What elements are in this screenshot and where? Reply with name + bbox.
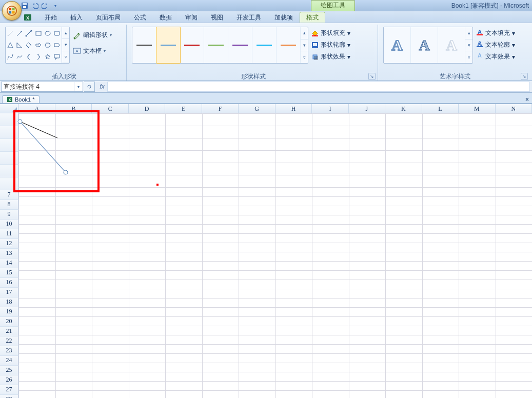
undo-icon[interactable] (31, 2, 39, 10)
wordart-style-3[interactable]: A (438, 27, 465, 63)
shape-curve-icon[interactable] (6, 51, 15, 63)
row-header[interactable]: 14 (0, 258, 18, 268)
gallery-up-icon[interactable]: ▴ (62, 27, 69, 39)
qat-more-icon[interactable]: ▾ (51, 2, 60, 10)
shape-hexagon-icon[interactable] (43, 39, 52, 51)
tab-开始[interactable]: 开始 (38, 12, 64, 23)
fx-icon[interactable]: fx (97, 82, 107, 91)
row-header[interactable]: 25 (0, 366, 18, 375)
shape-brace-right-icon[interactable] (33, 51, 43, 63)
office-button[interactable] (2, 1, 22, 21)
shape-outline-button[interactable]: 形状轮廓▾ (311, 41, 350, 49)
line-style-4[interactable] (228, 27, 252, 63)
column-header[interactable]: G (239, 104, 275, 114)
tab-格式[interactable]: 格式 (300, 12, 325, 23)
tab-开发工具[interactable]: 开发工具 (230, 12, 268, 23)
gallery-down-icon[interactable]: ▾ (62, 39, 69, 51)
dialog-launcher-icon[interactable]: ↘ (368, 73, 376, 80)
gallery-down-icon[interactable]: ▾ (465, 39, 472, 52)
name-box-expand[interactable] (84, 82, 95, 92)
row-header[interactable]: 23 (0, 346, 18, 356)
column-header[interactable]: H (275, 104, 312, 114)
wordart-gallery[interactable]: A A A ▴▾▿ (383, 27, 473, 64)
gallery-up-icon[interactable]: ▴ (465, 27, 472, 39)
wordart-style-1[interactable]: A (384, 27, 411, 63)
shape-rounded-icon[interactable] (52, 27, 62, 39)
line-style-6[interactable] (277, 27, 301, 63)
edit-shape-button[interactable]: 编辑形状 ▾ (73, 31, 112, 39)
shape-fill-button[interactable]: 形状填充▾ (311, 29, 350, 37)
shape-pentagon-icon[interactable] (52, 39, 62, 51)
row-header[interactable]: 22 (0, 336, 18, 346)
row-header[interactable]: 19 (0, 307, 18, 317)
line-style-0[interactable] (132, 27, 156, 63)
text-box-button[interactable]: A 文本框 ▾ (73, 47, 112, 55)
workbook-tab[interactable]: X Book1 * (2, 95, 40, 103)
shape-brace-left-icon[interactable] (24, 51, 33, 63)
text-fill-button[interactable]: A文本填充▾ (476, 29, 515, 37)
wordart-style-2[interactable]: A (411, 27, 438, 63)
column-header[interactable]: K (385, 104, 422, 114)
column-header[interactable]: J (349, 104, 385, 114)
spreadsheet-grid[interactable]: ABCDEFGHIJKLMN 7891011121314151617181920… (0, 104, 532, 398)
row-header[interactable]: 26 (0, 375, 18, 385)
gallery-more-icon[interactable]: ▿ (465, 51, 472, 63)
row-header[interactable]: 28 (0, 395, 18, 398)
shape-star-icon[interactable] (43, 51, 52, 63)
shapes-gallery[interactable]: ▴▾▿ (5, 27, 70, 64)
column-header[interactable]: N (496, 104, 532, 114)
line-style-3[interactable] (204, 27, 228, 63)
column-header[interactable]: M (459, 104, 495, 114)
tab-页面布局[interactable]: 页面布局 (89, 12, 127, 23)
line-style-2[interactable] (180, 27, 204, 63)
shape-oval-icon[interactable] (43, 27, 52, 39)
line-style-1[interactable] (156, 27, 181, 64)
row-header[interactable]: 17 (0, 288, 18, 297)
save-icon[interactable] (21, 2, 29, 10)
row-header[interactable]: 9 (0, 210, 18, 220)
shape-callout-icon[interactable] (52, 51, 62, 63)
column-header[interactable]: L (422, 104, 459, 114)
formula-input[interactable] (107, 82, 530, 92)
row-header[interactable]: 21 (0, 327, 18, 336)
gallery-nav-icon[interactable]: ▾ (301, 39, 308, 52)
row-header[interactable]: 27 (0, 385, 18, 395)
shape-line-icon[interactable] (6, 27, 15, 39)
row-header[interactable]: 8 (0, 200, 18, 210)
tab-数据[interactable]: 数据 (153, 12, 179, 23)
column-header[interactable]: D (129, 104, 165, 114)
shape-diamond-icon[interactable] (24, 39, 33, 51)
shape-connector-icon[interactable] (24, 27, 33, 39)
row-header[interactable]: 24 (0, 356, 18, 366)
gallery-nav-icon[interactable]: ▿ (301, 51, 308, 63)
row-header[interactable]: 15 (0, 268, 18, 278)
row-header[interactable]: 11 (0, 229, 18, 239)
text-outline-button[interactable]: A文本轮廓▾ (476, 41, 515, 49)
redo-icon[interactable] (41, 2, 49, 10)
name-box[interactable]: 直接连接符 4 ▾ (1, 82, 83, 92)
row-header[interactable]: 20 (0, 317, 18, 327)
row-header[interactable]: 13 (0, 249, 18, 258)
tab-加载项[interactable]: 加载项 (268, 12, 300, 23)
column-header[interactable]: I (312, 104, 348, 114)
row-header[interactable]: 16 (0, 278, 18, 288)
row-header[interactable]: 12 (0, 239, 18, 249)
text-effects-button[interactable]: A文本效果▾ (476, 52, 515, 61)
shape-rect-icon[interactable] (33, 27, 43, 39)
row-header[interactable]: 18 (0, 297, 18, 307)
shape-right-triangle-icon[interactable] (15, 39, 24, 51)
shape-freeform-icon[interactable] (15, 51, 24, 63)
dialog-launcher-icon[interactable]: ↘ (521, 73, 528, 80)
tab-视图[interactable]: 视图 (204, 12, 230, 23)
column-header[interactable]: E (165, 104, 202, 114)
close-tab-icon[interactable]: × (525, 96, 529, 103)
row-header[interactable]: 10 (0, 220, 18, 229)
line-style-5[interactable] (252, 27, 277, 63)
shape-effects-button[interactable]: 形状效果▾ (311, 52, 350, 61)
shape-styles-gallery[interactable]: ▴▾▿ (132, 27, 308, 64)
shape-line-arrow-icon[interactable] (15, 27, 24, 39)
shape-arrow-icon[interactable] (33, 39, 43, 51)
tab-公式[interactable]: 公式 (127, 12, 153, 23)
tab-审阅[interactable]: 审阅 (179, 12, 204, 23)
column-header[interactable]: F (202, 104, 239, 114)
